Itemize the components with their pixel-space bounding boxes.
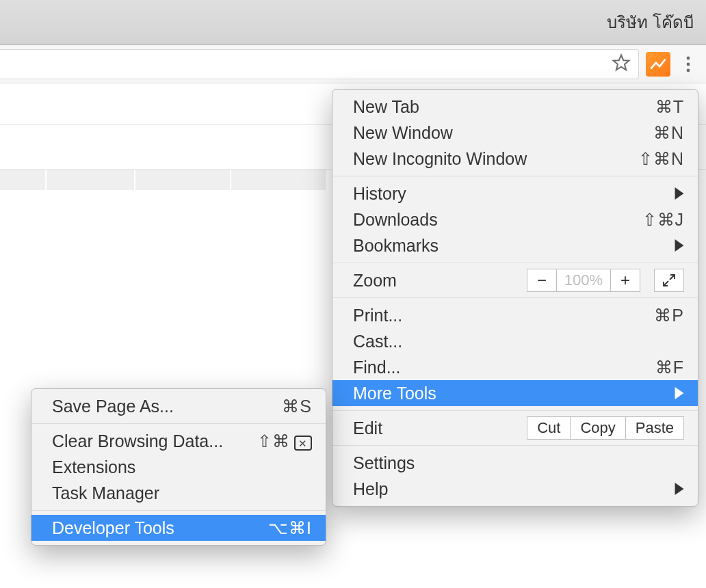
menu-more-tools[interactable]: More Tools xyxy=(332,380,698,406)
menu-label: Edit xyxy=(353,418,527,438)
submenu-arrow-icon xyxy=(675,479,684,499)
more-tools-submenu: Save Page As... ⌘S Clear Browsing Data..… xyxy=(31,388,326,546)
menu-label: Print... xyxy=(353,306,638,325)
menu-label: Cast... xyxy=(353,332,684,351)
menu-accelerator: ⌘T xyxy=(655,97,684,117)
menu-separator xyxy=(31,423,326,424)
submenu-clear-browsing-data[interactable]: Clear Browsing Data... ⇧⌘✕ xyxy=(31,428,326,454)
menu-new-window[interactable]: New Window ⌘N xyxy=(332,120,698,146)
menu-separator xyxy=(332,410,698,411)
menu-label: Bookmarks xyxy=(353,236,658,256)
menu-accelerator: ⌘F xyxy=(655,358,684,377)
menu-label: New Incognito Window xyxy=(353,149,622,169)
menu-new-tab[interactable]: New Tab ⌘T xyxy=(332,94,698,120)
svg-point-1 xyxy=(687,56,690,59)
menu-cast[interactable]: Cast... xyxy=(332,328,698,354)
bookmark-bar: บริษัท โค๊ดบี xyxy=(0,0,706,45)
menu-settings[interactable]: Settings xyxy=(332,450,698,476)
toolbar xyxy=(0,45,706,83)
menu-accelerator: ⇧⌘N xyxy=(638,149,684,169)
edit-copy-button[interactable]: Copy xyxy=(571,416,625,440)
menu-separator xyxy=(332,176,698,176)
submenu-arrow-icon xyxy=(675,184,684,204)
menu-label: Task Manager xyxy=(52,483,312,503)
svg-marker-8 xyxy=(675,387,684,399)
menu-label: New Window xyxy=(353,123,637,143)
menu-zoom: Zoom − 100% + xyxy=(332,267,698,293)
menu-separator xyxy=(332,263,698,263)
svg-marker-0 xyxy=(614,55,629,70)
zoom-out-button[interactable]: − xyxy=(527,269,557,292)
menu-label: Save Page As... xyxy=(52,397,265,416)
menu-label: Developer Tools xyxy=(52,518,252,538)
edit-paste-button[interactable]: Paste xyxy=(626,416,684,440)
delete-key-icon: ✕ xyxy=(294,436,312,451)
submenu-extensions[interactable]: Extensions xyxy=(31,454,326,480)
menu-separator xyxy=(332,445,698,446)
menu-separator xyxy=(332,297,698,298)
menu-print[interactable]: Print... ⌘P xyxy=(332,302,698,328)
menu-accelerator: ⇧⌘J xyxy=(642,210,685,230)
menu-new-incognito[interactable]: New Incognito Window ⇧⌘N xyxy=(332,146,698,172)
submenu-task-manager[interactable]: Task Manager xyxy=(31,480,326,506)
address-bar[interactable] xyxy=(0,49,639,79)
menu-label: Settings xyxy=(353,453,684,473)
menu-accelerator: ⌘P xyxy=(654,306,684,325)
svg-point-3 xyxy=(687,68,690,72)
menu-label: Clear Browsing Data... xyxy=(52,431,241,451)
menu-label: New Tab xyxy=(353,97,639,117)
menu-bookmarks[interactable]: Bookmarks xyxy=(332,232,698,258)
menu-label: Downloads xyxy=(353,210,626,230)
submenu-arrow-icon xyxy=(675,384,684,403)
svg-marker-5 xyxy=(675,239,684,252)
svg-point-2 xyxy=(687,62,690,66)
menu-downloads[interactable]: Downloads ⇧⌘J xyxy=(332,206,698,232)
menu-label: Help xyxy=(353,479,658,499)
svg-marker-9 xyxy=(675,483,684,495)
menu-accelerator: ⌘N xyxy=(653,123,684,143)
menu-label: Find... xyxy=(353,358,639,377)
submenu-save-page[interactable]: Save Page As... ⌘S xyxy=(31,393,326,419)
menu-accelerator: ⌥⌘I xyxy=(268,518,312,538)
menu-label: Zoom xyxy=(353,271,527,291)
menu-help[interactable]: Help xyxy=(332,476,698,502)
menu-accelerator: ⇧⌘✕ xyxy=(257,431,312,451)
menu-history[interactable]: History xyxy=(332,181,698,206)
fullscreen-button[interactable] xyxy=(654,269,684,292)
chrome-menu-button[interactable] xyxy=(676,52,701,77)
menu-label: Extensions xyxy=(52,457,312,477)
svg-line-6 xyxy=(670,275,675,280)
submenu-developer-tools[interactable]: Developer Tools ⌥⌘I xyxy=(31,515,326,541)
zoom-level: 100% xyxy=(557,269,610,292)
menu-label: History xyxy=(353,184,658,204)
bookmark-star-icon[interactable] xyxy=(611,53,631,76)
menu-accelerator: ⌘S xyxy=(282,397,312,416)
bookmark-item[interactable]: บริษัท โค๊ดบี xyxy=(607,9,694,36)
edit-cut-button[interactable]: Cut xyxy=(527,416,571,440)
menu-edit: Edit Cut Copy Paste xyxy=(332,415,698,441)
submenu-arrow-icon xyxy=(675,236,684,256)
svg-line-7 xyxy=(664,281,668,286)
menu-separator xyxy=(31,510,326,511)
analytics-extension-icon[interactable] xyxy=(646,52,670,77)
menu-find[interactable]: Find... ⌘F xyxy=(332,354,698,380)
chrome-main-menu: New Tab ⌘T New Window ⌘N New Incognito W… xyxy=(332,89,698,507)
menu-label: More Tools xyxy=(353,384,658,403)
svg-marker-4 xyxy=(675,187,684,200)
zoom-in-button[interactable]: + xyxy=(610,269,640,292)
